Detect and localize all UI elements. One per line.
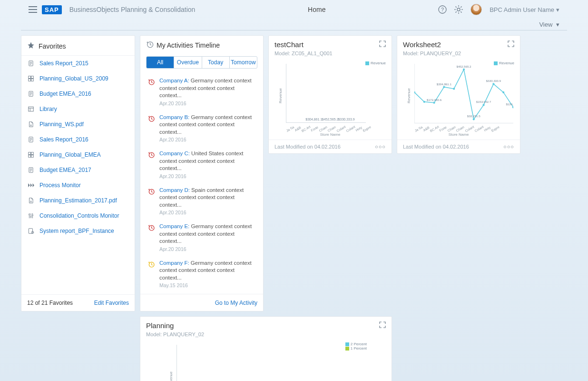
timeline-item[interactable]: Company C: United States context context… — [145, 146, 259, 183]
svg-point-54 — [433, 102, 435, 104]
go-to-activity-link[interactable]: Go to My Activity — [215, 300, 257, 306]
favorite-item[interactable]: Budget EMEA_2017 — [21, 162, 135, 178]
status-clock-icon — [147, 260, 156, 289]
more-icon[interactable]: ○○○ — [375, 145, 386, 148]
timeline-tab-today[interactable]: Today — [202, 57, 230, 68]
svg-rect-31 — [31, 152, 34, 155]
favorite-item[interactable]: Sales Report_2016 — [21, 132, 135, 147]
timeline-date: Apr.20 2016 — [159, 210, 257, 215]
svg-text:$452,565.2: $452,565.2 — [456, 65, 471, 68]
favorites-count: 12 of 21 Favorites — [27, 300, 73, 306]
y-axis-label: Revenue — [278, 88, 283, 103]
svg-rect-16 — [31, 76, 34, 79]
user-name-dropdown[interactable]: BPC Admin User Name▾ — [490, 6, 559, 13]
settings-icon[interactable] — [454, 5, 463, 14]
card-title: Planning — [146, 321, 174, 330]
favorite-label: Library — [39, 106, 57, 112]
controls-icon — [27, 212, 35, 219]
favorite-item[interactable]: System report_BPF_Instance — [21, 223, 135, 239]
favorite-item[interactable]: Process Monitor — [21, 178, 135, 193]
favorite-label: Planning_Global_EMEA — [39, 151, 101, 158]
svg-text:$304,861.1: $304,861.1 — [437, 82, 452, 86]
favorite-item[interactable]: Library — [21, 101, 135, 117]
svg-line-10 — [461, 7, 461, 8]
svg-text:$330,333.9: $330,333.9 — [486, 79, 501, 82]
card-testchart: testChart Model: ZC05_AL1_Q001 Revenue R… — [268, 35, 392, 154]
edit-favorites-link[interactable]: Edit Favorites — [94, 300, 129, 306]
timeline-tab-all[interactable]: All — [147, 57, 174, 68]
favorite-label: Planning_WS.pdf — [39, 121, 84, 128]
timeline-item[interactable]: Company A: Germany context context conte… — [145, 73, 259, 110]
avatar[interactable] — [470, 4, 482, 15]
favorites-title: Favorites — [39, 42, 66, 50]
favorite-label: Budget EMEA_2017 — [39, 167, 91, 173]
favorite-label: Consolidation_Controls Monitor — [39, 212, 119, 219]
modified-label: Last Modified on 04.02.2016 — [403, 144, 469, 150]
status-clock-icon — [147, 187, 156, 216]
svg-point-40 — [32, 215, 33, 216]
home-link[interactable]: Home — [308, 6, 325, 13]
model-label: Model: PLANQUERY_02 — [140, 331, 392, 339]
expand-icon[interactable] — [379, 321, 386, 330]
favorite-label: Planning_Global_US_2009 — [39, 75, 108, 82]
process-icon — [27, 183, 35, 188]
card-planning: Planning Model: PLANQUERY_02 Revenue 2 P… — [140, 316, 392, 381]
favorite-item[interactable]: Sales Report_2015 — [21, 56, 135, 71]
menu-icon[interactable] — [29, 6, 37, 13]
favorite-label: System report_BPF_Instance — [39, 228, 114, 234]
timeline-item[interactable]: Company E: Germany context context conte… — [145, 219, 259, 256]
view-dropdown[interactable]: View ▾ — [539, 21, 559, 28]
help-icon[interactable]: ? — [438, 5, 447, 14]
favorite-label: Sales Report_2015 — [39, 60, 88, 67]
timeline-item[interactable]: Company D: Spain context context context… — [145, 183, 259, 220]
favorite-item[interactable]: Planning_Estimation_2017.pdf — [21, 193, 135, 208]
svg-rect-23 — [29, 107, 34, 111]
card-title: Worksheet2 — [403, 40, 441, 49]
svg-point-38 — [29, 214, 29, 215]
svg-rect-32 — [29, 155, 31, 158]
svg-rect-17 — [29, 79, 31, 81]
timeline-text: Company B: Germany context context conte… — [159, 114, 257, 136]
svg-line-8 — [461, 11, 461, 12]
favorite-label: Sales Report_2016 — [39, 136, 88, 143]
timeline-tab-tomorrow[interactable]: Tomorrow — [230, 57, 257, 68]
timeline-tab-overdue[interactable]: Overdue — [174, 57, 202, 68]
card-worksheet2: Worksheet2 Model: PLANQUERY_02 Revenue R… — [397, 35, 520, 154]
svg-point-66 — [502, 91, 504, 93]
card-title: testChart — [274, 40, 304, 49]
svg-text:$172,480.6: $172,480.6 — [427, 98, 442, 101]
favorite-item[interactable]: Consolidation_Controls Monitor — [21, 208, 135, 223]
svg-point-61 — [473, 118, 475, 120]
doc-icon — [27, 136, 35, 143]
x-axis-label: Store Name — [402, 132, 515, 137]
expand-icon[interactable] — [379, 40, 386, 49]
svg-point-63 — [483, 104, 485, 106]
x-axis-label: Store Name — [274, 132, 387, 137]
timeline-text: Company F: Germany context context conte… — [159, 260, 257, 282]
more-icon[interactable]: ○○○ — [503, 145, 514, 148]
svg-point-2 — [457, 8, 460, 11]
timeline-item[interactable]: Company F: Germany context context conte… — [145, 256, 259, 292]
divider — [21, 30, 567, 30]
favorite-item[interactable]: Budget EMEA_2016 — [21, 86, 135, 101]
chart-legend: 2 Percent 1 Percent — [345, 342, 367, 351]
svg-point-56 — [443, 86, 445, 88]
timeline-date: Apr.20 2016 — [159, 137, 257, 142]
favorite-item[interactable]: Planning_WS.pdf — [21, 117, 135, 132]
expand-icon[interactable] — [508, 40, 514, 49]
svg-text:$33,251.5: $33,251.5 — [467, 114, 480, 118]
svg-point-57 — [453, 88, 455, 90]
timeline-item[interactable]: Company B: Germany context context conte… — [145, 110, 259, 147]
star-icon — [27, 41, 35, 50]
grid4-icon — [27, 151, 35, 158]
chart-legend: Revenue — [365, 61, 386, 65]
pdf-icon — [27, 197, 35, 204]
favorite-item[interactable]: Planning_Global_US_2009 — [21, 71, 135, 86]
library-icon — [27, 106, 35, 112]
svg-rect-30 — [29, 152, 31, 155]
svg-text:?: ? — [441, 7, 444, 12]
svg-text:$153,942.7: $153,942.7 — [476, 100, 491, 103]
doc-icon — [27, 167, 35, 173]
svg-point-59 — [463, 69, 465, 70]
favorite-item[interactable]: Planning_Global_EMEA — [21, 147, 135, 162]
